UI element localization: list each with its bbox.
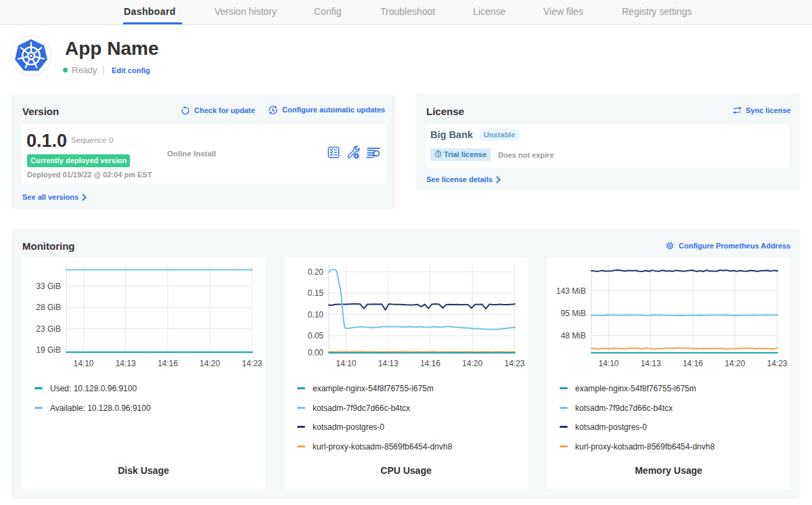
svg-text:0.15: 0.15 (308, 288, 324, 298)
svg-text:14:20: 14:20 (200, 359, 220, 368)
svg-text:14:20: 14:20 (725, 359, 745, 368)
svg-text:14:23: 14:23 (504, 359, 524, 368)
svg-text:23 GiB: 23 GiB (36, 324, 61, 334)
svg-text:14:16: 14:16 (420, 359, 441, 368)
svg-text:28 GiB: 28 GiB (36, 303, 61, 312)
svg-text:95 MiB: 95 MiB (561, 309, 586, 318)
svg-text:14:20: 14:20 (462, 359, 482, 368)
svg-text:14:10: 14:10 (598, 359, 618, 368)
svg-text:48 MiB: 48 MiB (561, 331, 586, 341)
svg-text:0.00: 0.00 (308, 348, 324, 357)
svg-text:14:10: 14:10 (336, 359, 356, 368)
svg-text:14:16: 14:16 (683, 359, 703, 368)
svg-text:14:13: 14:13 (116, 359, 136, 368)
svg-text:14:10: 14:10 (73, 359, 93, 368)
svg-text:19 GiB: 19 GiB (36, 345, 61, 355)
svg-text:33 GiB: 33 GiB (36, 282, 61, 291)
svg-text:0.20: 0.20 (308, 267, 324, 277)
svg-text:0.10: 0.10 (308, 310, 324, 320)
svg-text:14:23: 14:23 (242, 359, 262, 368)
svg-text:14:16: 14:16 (158, 359, 178, 368)
svg-text:14:13: 14:13 (378, 359, 399, 368)
svg-text:0.05: 0.05 (308, 331, 324, 341)
svg-text:14:13: 14:13 (641, 359, 661, 368)
svg-text:143 MiB: 143 MiB (556, 286, 586, 296)
svg-text:14:23: 14:23 (767, 359, 787, 368)
